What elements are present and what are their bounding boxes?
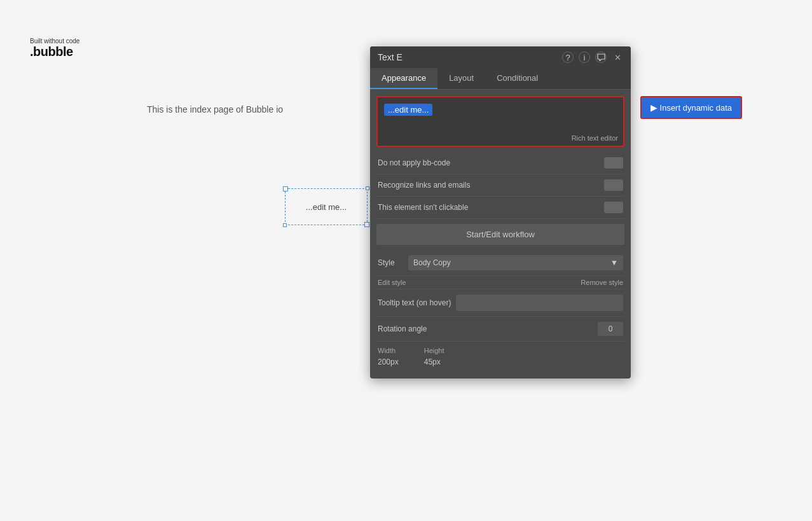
remove-style-link[interactable]: Remove style <box>581 279 623 286</box>
do-not-apply-toggle[interactable] <box>604 157 623 169</box>
tooltip-label: Tooltip text (on hover) <box>378 298 451 307</box>
resize-handle-bl[interactable] <box>283 223 287 227</box>
panel-tabs: Appearance Layout Conditional <box>370 68 631 90</box>
style-value: Body Copy <box>413 258 451 267</box>
rotation-label: Rotation angle <box>378 324 427 333</box>
rotation-row: Rotation angle 0 <box>376 317 624 342</box>
arrow-icon: ▶ <box>650 102 657 113</box>
edit-style-link[interactable]: Edit style <box>378 279 406 286</box>
selected-text: ...edit me... <box>384 104 432 116</box>
tab-appearance[interactable]: Appearance <box>370 68 437 89</box>
panel-header-icons: ? i ✕ <box>562 52 623 63</box>
logo: Built without code .bubble <box>30 38 79 59</box>
tooltip-row: Tooltip text (on hover) <box>376 289 624 317</box>
text-editor-box[interactable]: ...edit me... Rich text editor <box>376 96 624 147</box>
panel-title: Text E <box>378 52 403 62</box>
insert-dynamic-data-button[interactable]: ▶ Insert dynamic data <box>640 96 742 119</box>
do-not-apply-row: Do not apply bb-code <box>376 152 624 174</box>
text-element-panel: Text E ? i ✕ Appearance Layout Condition… <box>370 46 631 379</box>
tab-layout[interactable]: Layout <box>437 68 485 89</box>
width-group: Width 200px <box>378 347 399 367</box>
rich-text-editor-link[interactable]: Rich text editor <box>572 134 618 142</box>
style-label: Style <box>378 258 403 267</box>
height-group: Height 45px <box>424 347 444 367</box>
recognize-links-toggle[interactable] <box>604 179 623 191</box>
insert-dynamic-label: Insert dynamic data <box>660 103 732 113</box>
not-clickable-toggle[interactable] <box>604 202 623 213</box>
help-icon[interactable]: ? <box>562 52 574 63</box>
info-icon[interactable]: i <box>579 52 590 63</box>
logo-brand: .bubble <box>30 45 79 59</box>
not-clickable-row: This element isn't clickable <box>376 197 624 219</box>
not-clickable-label: This element isn't clickable <box>378 203 468 212</box>
resize-handle-tr[interactable] <box>366 186 369 190</box>
recognize-links-label: Recognize links and emails <box>378 181 470 190</box>
comment-icon[interactable] <box>595 52 607 63</box>
page-description: This is the index page of Bubble io <box>147 104 283 115</box>
close-icon[interactable]: ✕ <box>612 52 623 63</box>
canvas-text-element[interactable]: ...edit me... <box>285 188 368 225</box>
width-value: 200px <box>378 358 399 366</box>
width-label: Width <box>378 347 399 354</box>
do-not-apply-label: Do not apply bb-code <box>378 158 450 167</box>
style-links: Edit style Remove style <box>376 276 624 289</box>
style-row: Style Body Copy ▼ <box>376 250 624 276</box>
style-select[interactable]: Body Copy ▼ <box>408 255 623 270</box>
panel-body: ...edit me... Rich text editor ▶ Insert … <box>370 90 631 379</box>
panel-header: Text E ? i ✕ <box>370 46 631 68</box>
canvas-edit-label: ...edit me... <box>306 202 347 212</box>
dimensions-row: Width 200px Height 45px <box>376 342 624 372</box>
logo-tagline: Built without code <box>30 38 79 45</box>
recognize-links-row: Recognize links and emails <box>376 174 624 197</box>
rotation-value[interactable]: 0 <box>598 322 623 336</box>
workflow-button[interactable]: Start/Edit workflow <box>376 224 624 245</box>
tab-conditional[interactable]: Conditional <box>485 68 549 89</box>
tooltip-input[interactable] <box>456 295 623 311</box>
height-value: 45px <box>424 358 441 366</box>
height-label: Height <box>424 347 444 354</box>
chevron-down-icon: ▼ <box>610 258 618 267</box>
text-editor-area: ...edit me... Rich text editor ▶ Insert … <box>376 96 624 147</box>
